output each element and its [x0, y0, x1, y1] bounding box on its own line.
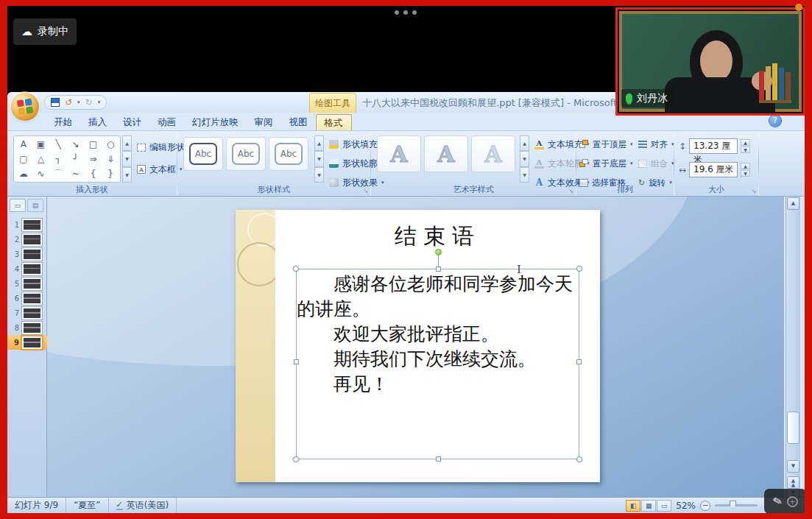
shape-right-block-arrow-icon[interactable]: ⇒: [85, 152, 102, 166]
tab-5[interactable]: 审阅: [247, 114, 281, 130]
slide-indicator[interactable]: 幻灯片 9/9: [7, 498, 66, 513]
shape-width-field[interactable]: 19.6 厘米: [689, 162, 738, 177]
shape-rectangle-icon[interactable]: □: [85, 137, 102, 152]
tab-2[interactable]: 设计: [115, 114, 149, 130]
shape-arc-icon[interactable]: ⌒: [49, 166, 67, 181]
slide-title[interactable]: 结束语: [275, 222, 600, 252]
customize-qat-icon[interactable]: ▾: [98, 99, 101, 105]
shape-oval-icon[interactable]: ○: [102, 137, 119, 152]
zoom-slider-handle[interactable]: [730, 501, 736, 509]
resize-handle-bottomleft[interactable]: [293, 456, 299, 462]
rotate-handle[interactable]: [435, 249, 442, 255]
shape-arrow-icon[interactable]: ↘: [67, 137, 85, 152]
tab-4[interactable]: 幻灯片放映: [184, 114, 247, 130]
scroll-up-icon[interactable]: ▲: [787, 197, 799, 210]
shape-line-icon[interactable]: ╲: [49, 137, 67, 152]
zoom-level[interactable]: 52%: [676, 501, 696, 511]
bring-to-front-button[interactable]: 置于顶层 ▾: [579, 137, 633, 152]
wordart-up-icon[interactable]: ▲: [520, 135, 529, 151]
styles-more-icon[interactable]: ▼: [314, 167, 324, 183]
undo-icon[interactable]: ↺: [65, 98, 72, 107]
height-stepper[interactable]: ▲▼: [741, 139, 750, 153]
shape-curve-icon[interactable]: ~: [67, 166, 85, 181]
slide-thumbnail-3[interactable]: 3: [7, 247, 47, 261]
dialog-launcher-icon[interactable]: ↘: [568, 188, 573, 194]
width-stepper[interactable]: ▲▼: [741, 163, 750, 177]
zoom-slider[interactable]: [715, 504, 758, 506]
slide-thumbnail-6[interactable]: 6: [7, 291, 47, 306]
shape-triangle-icon[interactable]: △: [32, 152, 50, 166]
slideshow-button[interactable]: ▭: [657, 500, 671, 512]
shape-cloud-icon[interactable]: ☁: [15, 166, 32, 181]
normal-view-button[interactable]: ◧: [626, 500, 640, 512]
recording-badge[interactable]: ☁ 录制中: [13, 18, 77, 45]
zoom-out-button[interactable]: −: [700, 501, 710, 511]
styles-down-icon[interactable]: ▼: [314, 151, 324, 166]
shape-height-field[interactable]: 13.23 厘米: [689, 138, 738, 154]
tab-3[interactable]: 动画: [149, 114, 184, 130]
slide-thumbnail-7[interactable]: 7: [7, 306, 47, 320]
pen-tool-icon[interactable]: ✎: [772, 494, 784, 509]
styles-up-icon[interactable]: ▲: [314, 135, 324, 151]
window-drag-handle[interactable]: [395, 10, 417, 15]
tab-6[interactable]: 视图: [281, 114, 316, 130]
shape-rounded-rectangle-icon[interactable]: ▢: [15, 152, 32, 166]
wordart-preview-1[interactable]: A: [377, 135, 421, 172]
dialog-launcher-icon[interactable]: ↘: [751, 188, 756, 194]
gallery-up-icon[interactable]: ▲: [122, 135, 132, 151]
office-button[interactable]: [11, 93, 39, 121]
shape-right-brace-icon[interactable]: }: [102, 166, 119, 181]
send-to-back-button[interactable]: 置于底层 ▾: [579, 156, 633, 171]
previous-slide-button[interactable]: ▲▲: [787, 476, 799, 489]
shape-text-box-icon[interactable]: A: [15, 137, 32, 152]
tab-0[interactable]: 开始: [46, 114, 80, 130]
slide-editor-canvas[interactable]: 结束语 感谢各位老师和同学参加今天的讲座。欢迎大家批评指正。期待我们下次继续交流…: [47, 197, 784, 497]
resize-handle-topright[interactable]: [576, 266, 582, 272]
shape-picture-placeholder-icon[interactable]: ▣: [32, 137, 50, 152]
group-button[interactable]: 组合 ▾: [638, 156, 674, 171]
slide-canvas[interactable]: 结束语 感谢各位老师和同学参加今天的讲座。欢迎大家批评指正。期待我们下次继续交流…: [236, 210, 600, 482]
shape-style-preview-3[interactable]: Abc: [269, 137, 308, 171]
resize-handle-topleft[interactable]: [293, 266, 299, 272]
gallery-more-icon[interactable]: ▼: [122, 167, 132, 183]
resize-handle-top[interactable]: [436, 266, 441, 272]
slides-tab[interactable]: ▭: [10, 199, 26, 212]
slide-thumbnail-5[interactable]: 5: [7, 276, 47, 291]
webcam-video[interactable]: 刘丹冰: [615, 7, 805, 116]
dialog-launcher-icon[interactable]: ↘: [363, 188, 368, 194]
align-button[interactable]: 对齐 ▾: [638, 137, 674, 152]
resize-handle-bottomright[interactable]: [576, 456, 582, 462]
wordart-preview-3[interactable]: A: [471, 135, 515, 172]
slide-sorter-button[interactable]: ▦: [641, 500, 656, 512]
save-icon[interactable]: [51, 98, 60, 107]
slide-thumbnail-4[interactable]: 4: [7, 261, 47, 276]
wordart-preview-2[interactable]: A: [424, 135, 468, 172]
redo-icon[interactable]: ↻: [85, 98, 93, 107]
wordart-down-icon[interactable]: ▼: [520, 151, 529, 166]
tab-1[interactable]: 插入: [80, 114, 115, 130]
shape-down-block-arrow-icon[interactable]: ⇓: [102, 152, 119, 166]
slide-thumbnail-9[interactable]: 9: [7, 335, 47, 350]
shape-style-preview-1[interactable]: Abc: [183, 137, 223, 171]
outline-tab[interactable]: ▤: [27, 199, 43, 212]
shape-freeform-icon[interactable]: ∿: [32, 166, 50, 181]
shape-elbow-arrow-connector-icon[interactable]: ┘: [67, 152, 85, 166]
scroll-down-icon[interactable]: ▼: [787, 460, 799, 473]
resize-handle-bottom[interactable]: [436, 456, 441, 462]
magnifier-icon[interactable]: +: [787, 496, 798, 507]
slide-thumbnail-2[interactable]: 2: [7, 232, 47, 247]
wordart-more-icon[interactable]: ▼: [520, 167, 529, 183]
language-status[interactable]: ✓ 英语(美国): [109, 498, 177, 513]
scrollbar-thumb[interactable]: [787, 412, 799, 444]
slide-thumbnail-1[interactable]: 1: [7, 217, 47, 232]
theme-name[interactable]: “夏至”: [66, 498, 108, 513]
tab-format-active[interactable]: 格式: [316, 114, 352, 130]
text-box-button[interactable]: A 文本框 ▾: [137, 162, 183, 177]
selected-text-box[interactable]: 感谢各位老师和同学参加今天的讲座。欢迎大家批评指正。期待我们下次继续交流。再见！: [296, 269, 579, 459]
slide-thumbnail-8[interactable]: 8: [7, 320, 47, 335]
gallery-down-icon[interactable]: ▼: [122, 151, 132, 166]
shape-left-brace-icon[interactable]: {: [85, 166, 102, 181]
undo-dropdown-icon[interactable]: ▾: [77, 99, 80, 105]
shape-elbow-connector-icon[interactable]: ┐: [49, 152, 67, 166]
shape-style-preview-2[interactable]: Abc: [226, 137, 266, 171]
